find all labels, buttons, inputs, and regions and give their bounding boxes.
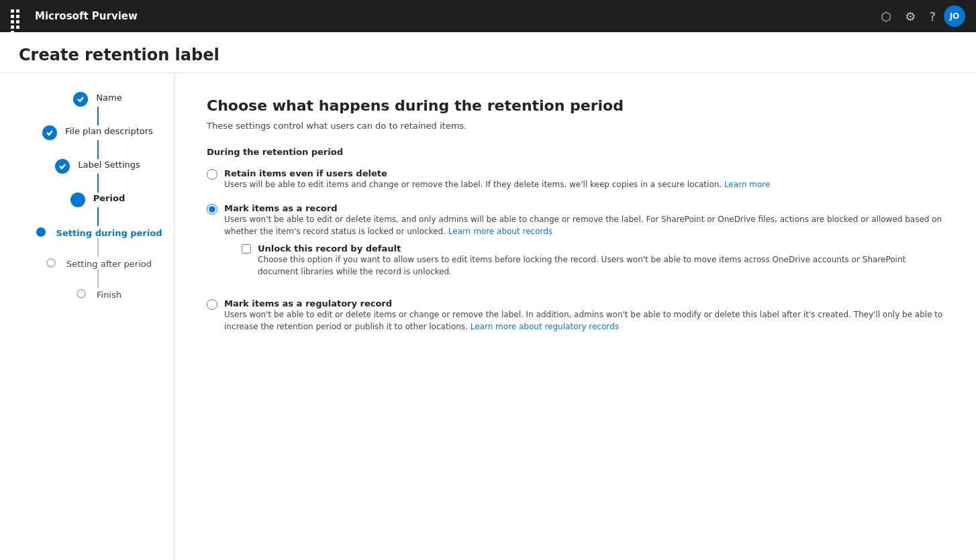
sub-option-unlock: Unlock this record by default Choose thi…: [242, 243, 944, 278]
step-circle-file-plan: [42, 125, 57, 140]
grid-icon[interactable]: [11, 9, 24, 23]
option-retain: Retain items even if users delete Users …: [207, 168, 944, 190]
step-label-setting-after: Setting after period: [66, 257, 152, 269]
radio-retain-label[interactable]: Retain items even if users delete: [224, 168, 387, 178]
content-area: Choose what happens during the retention…: [175, 73, 976, 560]
radio-mark-record-label[interactable]: Mark items as a record: [224, 203, 338, 213]
learn-more-retain-link[interactable]: Learn more: [724, 180, 770, 189]
topbar: Microsoft Purview ⬡ ⚙ ? JO: [0, 0, 976, 32]
option-mark-record: Mark items as a record Users won't be ab…: [207, 203, 944, 286]
checkbox-unlock[interactable]: [242, 244, 251, 254]
step-label-name: Name: [96, 92, 121, 103]
option-regulatory: Mark items as a regulatory record Users …: [207, 298, 944, 333]
step-label-period: Period: [93, 192, 125, 203]
step-circle-setting-during: [36, 227, 46, 237]
step-label-finish: Finish: [97, 288, 121, 300]
step-circle-setting-after: [46, 258, 56, 268]
checkbox-unlock-label[interactable]: Unlock this record by default: [258, 243, 401, 254]
radio-regulatory-label[interactable]: Mark items as a regulatory record: [224, 298, 392, 309]
learn-more-records-link[interactable]: Learn more about records: [448, 227, 552, 236]
step-label-file-plan: File plan descriptors: [65, 125, 153, 136]
content-subtitle: These settings control what users can do…: [207, 121, 944, 131]
step-circle-finish: [77, 289, 86, 298]
help-icon[interactable]: ?: [929, 9, 936, 23]
app-title: Microsoft Purview: [35, 10, 138, 22]
step-setting-during: Setting during period: [21, 226, 174, 257]
main-layout: Name File plan descriptors: [0, 73, 976, 560]
step-file-plan: File plan descriptors: [21, 125, 174, 159]
radio-mark-record[interactable]: [207, 204, 217, 215]
avatar[interactable]: JO: [944, 5, 965, 27]
radio-regulatory-desc: Users won't be able to edit or delete it…: [224, 309, 944, 333]
step-circle-period: [70, 192, 85, 207]
content-title: Choose what happens during the retention…: [207, 97, 944, 114]
step-setting-after: Setting after period: [21, 257, 174, 288]
step-name: Name: [21, 92, 174, 125]
step-label-setting-during: Setting during period: [56, 226, 162, 238]
learn-more-regulatory-link[interactable]: Learn more about regulatory records: [471, 322, 619, 331]
step-finish: Finish: [21, 288, 174, 300]
radio-mark-record-desc: Users won't be able to edit or delete it…: [224, 213, 944, 237]
step-circle-label-settings: [55, 159, 70, 174]
settings-icon[interactable]: ⚙: [905, 9, 916, 23]
step-period: Period: [21, 192, 174, 226]
radio-regulatory[interactable]: [207, 299, 217, 310]
step-circle-name: [73, 92, 88, 107]
share-icon[interactable]: ⬡: [881, 9, 892, 23]
step-label-label-settings: Label Settings: [78, 159, 140, 170]
section-label: During the retention period: [207, 147, 944, 157]
step-label-settings: Label Settings: [21, 159, 174, 192]
page-header: Create retention label: [0, 32, 976, 73]
radio-retain-desc: Users will be able to edit items and cha…: [224, 178, 944, 190]
page-title: Create retention label: [19, 46, 957, 64]
checkbox-unlock-desc: Choose this option if you want to allow …: [258, 254, 944, 278]
radio-retain[interactable]: [207, 169, 217, 180]
sidebar: Name File plan descriptors: [0, 73, 175, 560]
